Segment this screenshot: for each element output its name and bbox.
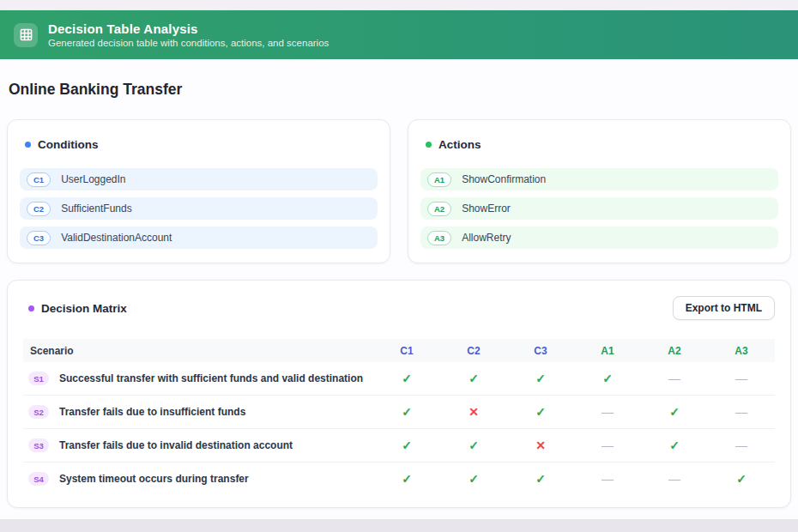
column-header-c3: C3 (507, 339, 574, 362)
value-cell-a2: — (641, 362, 708, 396)
column-header-scenario: Scenario (23, 339, 373, 362)
column-header-c1: C1 (373, 339, 440, 362)
value-cell-a3: — (708, 396, 775, 429)
scenario-id-badge: S2 (28, 405, 49, 419)
dash-icon: — (602, 405, 614, 419)
item-id-badge: C3 (27, 231, 51, 245)
cond-item-c3: C3ValidDestinationAccount (20, 227, 378, 249)
decision-matrix-title: Decision Matrix (41, 302, 127, 315)
scenario-cell-content: S3Transfer fails due to invalid destinat… (23, 429, 373, 462)
item-label: ValidDestinationAccount (61, 232, 172, 244)
scenario-label: System timeout occurs during transfer (59, 473, 249, 485)
value-cell-c2: ✓ (440, 429, 507, 462)
app-subtitle: Generated decision table with conditions… (48, 38, 329, 48)
actions-list: A1ShowConfirmationA2ShowErrorA3AllowRetr… (420, 168, 778, 249)
value-cell-a3: — (708, 429, 775, 462)
scenario-id-badge: S1 (28, 372, 49, 385)
scenario-label: Successful transfer with sufficient fund… (59, 372, 363, 384)
dash-icon: — (735, 372, 747, 385)
dash-icon: — (735, 405, 747, 419)
scenario-cell: S4System timeout occurs during transfer (23, 462, 373, 496)
value-cell-c3: ✕ (507, 429, 574, 462)
act-item-a1: A1ShowConfirmation (420, 168, 778, 190)
decision-matrix-table-body: S1Successful transfer with sufficient fu… (23, 362, 775, 495)
value-cell-c1: ✓ (373, 462, 440, 496)
value-cell-c2: ✕ (440, 396, 507, 429)
item-id-badge: C2 (27, 202, 51, 216)
decision-matrix-table-head: ScenarioC1C2C3A1A2A3 (23, 339, 775, 362)
column-header-a1: A1 (574, 339, 641, 362)
item-label: SufficientFunds (61, 203, 132, 215)
column-header-a2: A2 (641, 339, 708, 362)
dash-icon: — (602, 472, 614, 486)
actions-card-header: Actions (426, 138, 778, 151)
page-title: Online Banking Transfer (9, 81, 789, 99)
decision-matrix-title-row: Decision Matrix (28, 302, 127, 315)
dash-icon: — (735, 438, 747, 452)
item-label: ShowError (462, 203, 511, 215)
scenario-label: Transfer fails due to invalid destinatio… (59, 439, 293, 451)
top-window-strip (0, 0, 798, 10)
table-row-s1: S1Successful transfer with sufficient fu… (23, 362, 775, 396)
scenario-cell: S3Transfer fails due to invalid destinat… (23, 429, 373, 462)
check-icon: ✓ (402, 372, 412, 385)
value-cell-a3: ✓ (708, 462, 775, 496)
item-label: UserLoggedIn (61, 173, 125, 185)
check-icon: ✓ (535, 372, 546, 385)
value-cell-c2: ✓ (440, 462, 507, 496)
check-icon: ✓ (535, 472, 546, 486)
value-cell-a2: ✓ (641, 396, 708, 429)
item-label: ShowConfirmation (462, 173, 546, 185)
value-cell-c1: ✓ (373, 396, 440, 429)
scenario-cell: S2Transfer fails due to insufficient fun… (23, 396, 373, 429)
purple-dot-icon (28, 305, 34, 311)
value-cell-a3: — (708, 362, 775, 396)
summary-cards-row: Conditions C1UserLoggedInC2SufficientFun… (7, 119, 791, 263)
table-row-s3: S3Transfer fails due to invalid destinat… (23, 429, 775, 462)
green-dot-icon (426, 142, 432, 148)
scenario-cell: S1Successful transfer with sufficient fu… (23, 362, 373, 396)
check-icon: ✓ (535, 405, 546, 419)
act-item-a3: A3AllowRetry (420, 227, 778, 249)
check-icon: ✓ (736, 472, 747, 486)
table-grid-icon (14, 23, 38, 47)
check-icon: ✓ (402, 405, 412, 419)
value-cell-c2: ✓ (440, 362, 507, 396)
value-cell-c3: ✓ (507, 362, 574, 396)
item-id-badge: C1 (27, 172, 51, 187)
table-row-s2: S2Transfer fails due to insufficient fun… (23, 396, 775, 429)
dash-icon: — (602, 438, 614, 452)
conditions-card-header: Conditions (25, 138, 378, 151)
check-icon: ✓ (469, 472, 479, 486)
decision-matrix-table: ScenarioC1C2C3A1A2A3 S1Successful transf… (23, 339, 775, 495)
item-id-badge: A3 (427, 231, 451, 245)
column-header-a3: A3 (708, 339, 775, 362)
table-header-row: ScenarioC1C2C3A1A2A3 (23, 339, 775, 362)
app-title: Decision Table Analysis (48, 21, 329, 36)
app-header: Decision Table Analysis Generated decisi… (0, 10, 798, 59)
item-label: AllowRetry (462, 232, 511, 244)
check-icon: ✓ (402, 472, 412, 486)
blue-dot-icon (25, 142, 31, 148)
actions-card: Actions A1ShowConfirmationA2ShowErrorA3A… (408, 119, 791, 263)
export-to-html-button[interactable]: Export to HTML (673, 296, 775, 320)
value-cell-a1: — (574, 429, 641, 462)
value-cell-a2: — (641, 462, 708, 496)
value-cell-c1: ✓ (373, 429, 440, 462)
cond-item-c2: C2SufficientFunds (20, 197, 378, 220)
act-item-a2: A2ShowError (420, 197, 778, 220)
check-icon: ✓ (602, 372, 613, 385)
check-icon: ✓ (402, 438, 412, 452)
item-id-badge: A2 (427, 202, 451, 216)
value-cell-c3: ✓ (507, 462, 574, 496)
bottom-window-strip (0, 519, 798, 532)
column-header-c2: C2 (440, 339, 507, 362)
cross-icon: ✕ (469, 405, 479, 419)
dash-icon: — (668, 472, 680, 486)
value-cell-c1: ✓ (373, 362, 440, 396)
value-cell-c3: ✓ (507, 396, 574, 429)
value-cell-a1: ✓ (574, 362, 641, 396)
scenario-id-badge: S3 (28, 438, 49, 452)
value-cell-a2: ✓ (641, 429, 708, 462)
scenario-cell-content: S4System timeout occurs during transfer (23, 462, 373, 495)
